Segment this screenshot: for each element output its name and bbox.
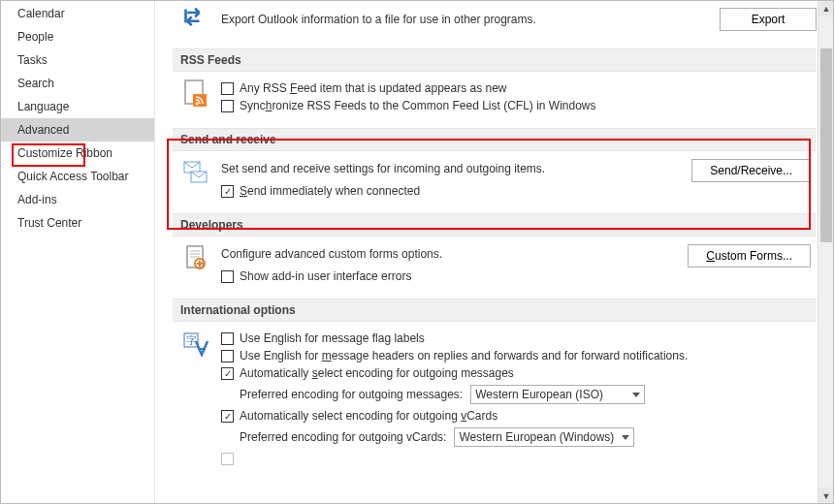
sidebar-item-language[interactable]: Language — [0, 95, 154, 118]
auto-encoding-vcards-checkbox[interactable]: ✓ — [221, 410, 234, 423]
english-flag-labels-label: Use English for message flag labels — [240, 331, 425, 345]
svg-rect-1 — [193, 94, 207, 107]
content-pane: Export Outlook information to a file for… — [155, 0, 834, 504]
rss-sync-label: Synchronize RSS Feeds to the Common Feed… — [240, 99, 596, 112]
rss-updated-checkbox[interactable] — [221, 82, 234, 95]
send-immediately-checkbox[interactable]: ✓ — [221, 185, 234, 198]
sidebar-item-calendar[interactable]: Calendar — [0, 2, 154, 25]
english-headers-label: Use English for message headers on repli… — [240, 349, 688, 362]
sendreceive-header: Send and receive — [173, 128, 817, 151]
sidebar-item-trust-center[interactable]: Trust Center — [0, 211, 154, 235]
show-addin-errors-checkbox[interactable] — [221, 270, 234, 283]
rss-icon — [182, 79, 209, 107]
scroll-thumb[interactable] — [820, 48, 832, 242]
show-addin-errors-label: Show add-in user interface errors — [240, 269, 411, 283]
scroll-down-arrow[interactable]: ▼ — [818, 488, 834, 504]
sendreceive-icon — [182, 159, 209, 186]
custom-forms-button[interactable]: Custom Forms... — [688, 244, 811, 268]
sidebar-item-people[interactable]: People — [0, 25, 154, 48]
sidebar-item-tasks[interactable]: Tasks — [0, 48, 154, 72]
developers-header: Developers — [173, 213, 817, 236]
rss-sync-checkbox[interactable] — [221, 100, 234, 112]
sendreceive-button[interactable]: Send/Receive... — [691, 159, 811, 182]
forms-icon — [182, 244, 209, 271]
send-immediately-label: Send immediately when connected — [240, 184, 420, 198]
sidebar-item-quick-access-toolbar[interactable]: Quick Access Toolbar — [0, 165, 154, 188]
sendreceive-desc: Set send and receive settings for incomi… — [221, 162, 680, 175]
developers-desc: Configure advanced custom forms options. — [221, 247, 676, 261]
encoding-vcards-select[interactable]: Western European (Windows) — [454, 427, 634, 447]
svg-point-2 — [196, 103, 199, 106]
svg-text:字: 字 — [186, 334, 197, 346]
english-headers-checkbox[interactable] — [221, 350, 234, 362]
rss-header: RSS Feeds — [173, 48, 817, 72]
auto-encoding-vcards-label: Automatically select encoding for outgoi… — [240, 409, 497, 423]
partial-label — [240, 452, 242, 465]
partial-checkbox[interactable] — [221, 453, 234, 465]
sidebar: Calendar People Tasks Search Language Ad… — [0, 0, 155, 504]
auto-encoding-messages-label: Automatically select encoding for outgoi… — [240, 366, 514, 380]
intl-icon: 字 — [182, 330, 209, 357]
sidebar-item-add-ins[interactable]: Add-ins — [0, 188, 154, 211]
intl-header: International options — [173, 299, 817, 322]
export-desc: Export Outlook information to a file for… — [221, 13, 708, 26]
auto-encoding-messages-checkbox[interactable]: ✓ — [221, 367, 234, 380]
encoding-messages-label: Preferred encoding for outgoing messages… — [240, 388, 463, 401]
vertical-scrollbar[interactable]: ▲ ▼ — [818, 0, 834, 504]
sidebar-item-customize-ribbon[interactable]: Customize Ribbon — [0, 142, 154, 165]
export-button[interactable]: Export — [720, 8, 817, 31]
sidebar-item-search[interactable]: Search — [0, 72, 154, 95]
sidebar-item-advanced[interactable]: Advanced — [0, 118, 154, 142]
scroll-up-arrow[interactable]: ▲ — [818, 0, 834, 16]
encoding-messages-select[interactable]: Western European (ISO) — [470, 385, 645, 404]
english-flag-labels-checkbox[interactable] — [221, 332, 234, 345]
rss-updated-label: Any RSS Feed item that is updated appear… — [240, 81, 507, 95]
encoding-vcards-label: Preferred encoding for outgoing vCards: — [240, 430, 446, 444]
export-icon — [182, 6, 209, 33]
